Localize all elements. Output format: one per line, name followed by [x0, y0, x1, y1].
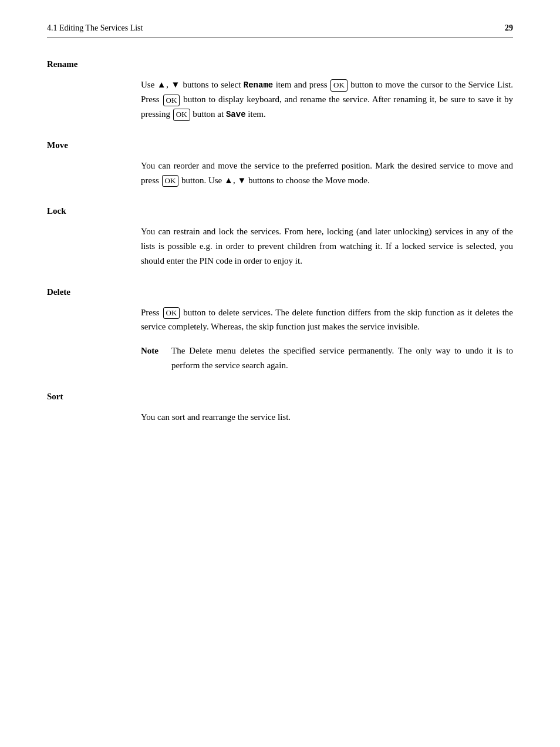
arrow-up-icon: ▲ [224, 176, 233, 185]
mono-text: Rename [244, 80, 273, 90]
mono-text: Save [226, 110, 246, 119]
arrow-down-icon: ▼ [237, 176, 246, 185]
section-heading-sort: Sort [47, 392, 513, 402]
section-heading-rename: Rename [47, 59, 513, 69]
section-heading-delete: Delete [47, 287, 513, 297]
paragraph: You can reorder and move the service to … [141, 159, 513, 188]
note-block: NoteThe Delete menu deletes the specifie… [141, 344, 513, 373]
note-label: Note [141, 344, 171, 373]
section-heading-lock: Lock [47, 206, 513, 216]
ok-button-icon: OK [163, 95, 180, 106]
section-move: MoveYou can reorder and move the service… [47, 140, 513, 188]
ok-button-icon: OK [163, 307, 180, 319]
section-title: 4.1 Editing The Services List [47, 23, 143, 33]
section-body-sort: You can sort and rearrange the service l… [47, 410, 513, 425]
arrow-up-icon: ▲ [157, 80, 167, 89]
section-sort: SortYou can sort and rearrange the servi… [47, 392, 513, 425]
section-rename: RenameUse ▲, ▼ buttons to select Rename … [47, 59, 513, 122]
section-lock: LockYou can restrain and lock the servic… [47, 206, 513, 268]
ok-button-icon: OK [173, 109, 190, 120]
paragraph: Use ▲, ▼ buttons to select Rename item a… [141, 78, 513, 122]
section-body-move: You can reorder and move the service to … [47, 159, 513, 188]
paragraph: You can restrain and lock the services. … [141, 224, 513, 268]
section-heading-move: Move [47, 140, 513, 150]
page: 4.1 Editing The Services List 29 RenameU… [0, 0, 560, 747]
section-delete: DeletePress OK button to delete services… [47, 287, 513, 373]
page-header: 4.1 Editing The Services List 29 [47, 23, 513, 38]
section-body-delete: Press OK button to delete services. The … [47, 305, 513, 373]
page-number: 29 [505, 23, 513, 33]
section-body-rename: Use ▲, ▼ buttons to select Rename item a… [47, 78, 513, 122]
arrow-down-icon: ▼ [171, 80, 181, 89]
ok-button-icon: OK [330, 79, 348, 91]
paragraph: Press OK button to delete services. The … [141, 305, 513, 335]
note-text: The Delete menu deletes the specified se… [171, 344, 513, 373]
section-body-lock: You can restrain and lock the services. … [47, 224, 513, 268]
ok-button-icon: OK [162, 175, 179, 187]
paragraph: You can sort and rearrange the service l… [141, 410, 513, 425]
sections-container: RenameUse ▲, ▼ buttons to select Rename … [47, 59, 513, 424]
